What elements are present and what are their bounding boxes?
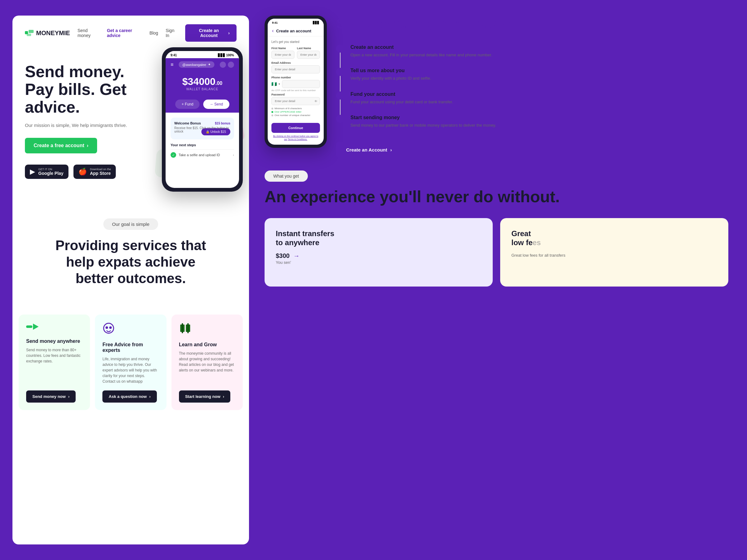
last-name-input[interactable] — [297, 51, 320, 59]
hint-dot-3 — [272, 114, 273, 116]
step-4-desc: Send money to our partner bank or mobile… — [351, 122, 496, 129]
step-4-name: Start sending money — [351, 115, 496, 121]
logo[interactable]: MONEYMIE — [25, 29, 70, 37]
step-item-2: Tell us more about you Verify your ident… — [336, 68, 728, 81]
great-fees-title: Greatlow fees — [511, 229, 717, 247]
hint-dot-1 — [272, 108, 273, 109]
right-top-section: 9:41 ▊▊▊ ‹ Create an account Let's get y… — [264, 16, 728, 158]
hero-subtitle: Our mission is simple, We help immigrant… — [25, 123, 137, 128]
learn-desc: The moneymie community is all about grow… — [179, 351, 235, 384]
what-you-get-badge: What you get — [264, 170, 308, 182]
phone-steps-title: Your next steps — [171, 143, 234, 147]
nav-send-money[interactable]: Send money — [77, 28, 98, 38]
feature-card-advice: Free Advice from experts Life, immigrati… — [95, 315, 166, 410]
feature-cards: Send money anywhere Send money to more t… — [12, 315, 249, 423]
svg-rect-2 — [27, 34, 31, 36]
hero-title: Send money. Pay bills. Get advice. — [25, 63, 137, 116]
step-2-name: Tell us more about you — [351, 68, 431, 74]
password-eye-icon[interactable]: 👁 — [314, 100, 317, 103]
right-panel: 9:41 ▊▊▊ ‹ Create an account Let's get y… — [249, 16, 735, 544]
steps-list: Create an account Open a new account. Fi… — [336, 45, 728, 129]
nav-cta-button[interactable]: Create an Account › — [185, 24, 236, 42]
learn-icon — [179, 322, 235, 337]
instant-transfers-desc: You sen' — [276, 260, 482, 266]
fund-button[interactable]: + Fund — [175, 100, 200, 109]
navigation: MONEYMIE Send money Get a career advice … — [12, 16, 249, 50]
apple-icon: 🍎 — [78, 168, 87, 176]
feature-card-learn: Learn and Grow The moneymie community is… — [172, 315, 243, 410]
step-item-3: Fund your account Fund your account usin… — [336, 91, 728, 105]
instant-transfers-block: Instant transfersto anywhere $300 → You … — [264, 218, 493, 287]
step-check-icon: ✓ — [171, 152, 176, 158]
right-cta-account-button[interactable]: Create an Account › — [336, 141, 402, 158]
create-free-account-button[interactable]: Create a free account › — [25, 138, 97, 153]
acct-back-button[interactable]: ‹ — [272, 28, 274, 34]
transfer-from: $300 — [276, 252, 290, 260]
step-3-name: Fund your account — [351, 91, 453, 97]
advice-title: Free Advice from experts — [102, 342, 159, 353]
what-you-get-section: What you get An experience you'll never … — [264, 170, 728, 287]
nav-signin[interactable]: Sign In — [165, 28, 178, 38]
instant-transfers-title: Instant transfersto anywhere — [276, 229, 482, 247]
send-money-desc: Send money to more than 80+ countries. L… — [26, 347, 82, 384]
phone-username: @awobangalee ✦ — [179, 61, 215, 68]
start-learning-button[interactable]: Start learning now › — [179, 391, 231, 403]
nav-career-advice[interactable]: Get a career advice — [107, 28, 141, 38]
acct-body: Let's get you started First Name Last Na… — [268, 36, 324, 145]
goal-badge: Our goal is simple — [103, 218, 158, 230]
step-dot-4 — [336, 115, 344, 123]
email-input[interactable] — [272, 65, 320, 74]
send-money-now-button[interactable]: Send money now › — [26, 391, 76, 403]
phone-icon1 — [220, 61, 226, 68]
phone-input[interactable] — [282, 80, 320, 88]
step-3-desc: Fund your account using your debit card … — [351, 99, 453, 105]
hero-section: Send money. Pay bills. Get advice. Our m… — [12, 50, 249, 200]
step-item-1: Create an account Open a new account. Fi… — [336, 45, 728, 58]
app-store-badge[interactable]: 🍎 Download on the App Store — [74, 165, 116, 179]
svg-rect-7 — [26, 325, 32, 328]
hint-dot-2 — [272, 111, 273, 113]
first-name-input[interactable] — [272, 51, 294, 59]
goal-section: Our goal is simple Providing services th… — [12, 200, 249, 315]
svg-rect-14 — [182, 323, 183, 333]
svg-rect-1 — [29, 30, 34, 33]
great-fees-desc: Great low fees for all transfers — [511, 252, 717, 259]
advice-icon — [102, 322, 159, 337]
account-phone-mockup: 9:41 ▊▊▊ ‹ Create an account Let's get y… — [264, 16, 327, 158]
continue-button[interactable]: Continue — [272, 123, 320, 133]
step-dot-2 — [336, 68, 344, 76]
great-low-fees-block: Greatlow fees Great low fees for all tra… — [500, 218, 728, 287]
email-field: Email Address — [272, 61, 320, 74]
store-badges: ▶ GET IT ON Google Play 🍎 Download on th… — [25, 165, 137, 179]
password-hints: Minimum of 8 characters One UPPERCASE le… — [272, 107, 320, 120]
acct-header: ‹ Create an account — [268, 26, 324, 36]
play-store-icon: ▶ — [30, 168, 35, 176]
phone-balance: $34000.00 WALLET BALANCE — [165, 71, 239, 96]
hero-phone-mockup: 9:41 ▊▊▊ 100% ≡ @awobangalee ✦ — [162, 47, 243, 192]
password-field: Password 👁 — [272, 93, 320, 105]
bonus-card: Welcome Bonus $15 bonus Receive free $15… — [171, 117, 234, 139]
transfer-arrow-icon: → — [293, 252, 300, 260]
acct-status-bar: 9:41 ▊▊▊ — [268, 19, 324, 26]
steps-section-title: Start sending in minutes — [336, 16, 728, 32]
svg-rect-15 — [187, 323, 189, 333]
send-money-title: Send money anywhere — [26, 339, 82, 344]
nav-links: Send money Get a career advice Blog — [77, 28, 158, 38]
google-play-badge[interactable]: ▶ GET IT ON Google Play — [25, 165, 69, 179]
send-button[interactable]: → Send — [203, 100, 229, 109]
phone-actions: + Fund → Send — [165, 96, 239, 113]
phone-status-bar: 9:41 ▊▊▊ 100% — [165, 51, 239, 58]
ask-question-button[interactable]: Ask a question now › — [102, 391, 157, 403]
step-dot-3 — [336, 91, 344, 100]
phone-nav: ≡ @awobangalee ✦ — [165, 58, 239, 71]
send-money-icon — [26, 322, 82, 334]
goal-title: Providing services that help expats achi… — [53, 237, 209, 287]
feature-card-send-money: Send money anywhere Send money to more t… — [19, 315, 90, 410]
password-input[interactable] — [272, 97, 320, 105]
phone-step: ✓ Take a selfie and upload ID › — [171, 149, 234, 160]
nav-blog[interactable]: Blog — [149, 30, 158, 35]
what-you-get-title: An experience you'll never do without. — [264, 188, 728, 206]
step-1-name: Create an account — [351, 45, 492, 50]
step-item-4: Start sending money Send money to our pa… — [336, 115, 728, 129]
advice-desc: Life, immigration and money advice to he… — [102, 356, 159, 384]
